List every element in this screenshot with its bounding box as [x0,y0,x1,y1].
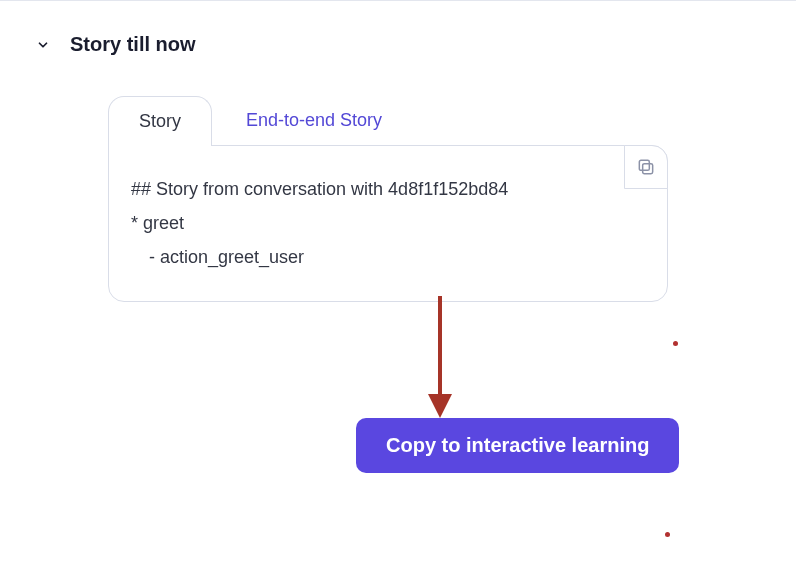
story-line-2: * greet [131,206,645,240]
chevron-down-icon [34,36,52,54]
copy-to-interactive-learning-button[interactable]: Copy to interactive learning [356,418,679,473]
svg-rect-1 [639,160,649,170]
story-content: ## Story from conversation with 4d8f1f15… [108,145,668,302]
tab-end-to-end-story[interactable]: End-to-end Story [212,96,412,145]
annotation-dot [665,532,670,537]
copy-icon[interactable] [624,145,668,189]
arrow-annotation [420,290,460,424]
tabs: Story End-to-end Story [108,96,668,145]
tab-story[interactable]: Story [108,96,212,146]
story-line-3: - action_greet_user [131,240,645,274]
annotation-dot [673,341,678,346]
section-header[interactable]: Story till now [0,1,796,56]
story-line-1: ## Story from conversation with 4d8f1f15… [131,172,645,206]
story-panel: Story End-to-end Story ## Story from con… [108,96,668,302]
svg-rect-0 [643,164,653,174]
svg-marker-3 [428,394,452,418]
section-title: Story till now [70,33,196,56]
